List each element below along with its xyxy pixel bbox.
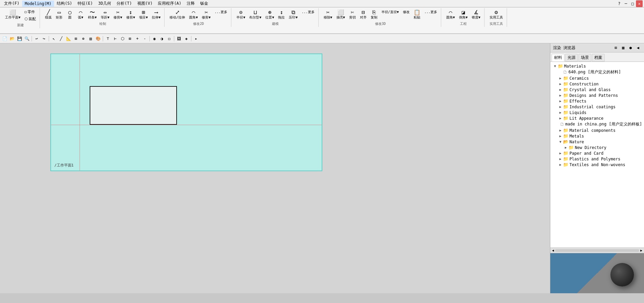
menu-file[interactable]: 文件(F): [1, 0, 22, 7]
toggle-construction[interactable]: ▶: [558, 82, 563, 86]
btn-move-stretch[interactable]: ⤢ 移动/拉伸: [168, 9, 187, 21]
btn-circle[interactable]: ○ 圆: [65, 9, 75, 21]
btn-save[interactable]: 💾: [16, 35, 23, 42]
btn-zoom-out[interactable]: -: [141, 35, 148, 42]
btn-redo[interactable]: ↪: [41, 35, 47, 42]
btn-modify3d[interactable]: 修改: [401, 9, 411, 21]
btn-halfradius[interactable]: 半径/直径▼: [380, 9, 401, 21]
btn-drag[interactable]: ↕ 拖拉: [276, 9, 286, 21]
btn-trim1[interactable]: ✂ 修剪▼: [112, 9, 124, 21]
btn-boolean[interactable]: ⊔ 布尔型▼: [247, 9, 263, 21]
btn-position[interactable]: ⊕ 位置▼: [264, 9, 276, 21]
btn-more-model[interactable]: ...更多: [300, 9, 316, 21]
btn-line[interactable]: ╱: [58, 35, 64, 42]
tab-material[interactable]: 材料: [552, 54, 564, 62]
btn-more3d[interactable]: ...更多: [423, 9, 439, 21]
btn-assembly[interactable]: ⬡ 装配: [23, 16, 38, 22]
tree-item-ceramics[interactable]: ▶ 📁 Ceramics: [557, 75, 643, 81]
tree-item-litappearance[interactable]: ▶ 📁 Lit Appearance: [557, 115, 643, 121]
menu-3d[interactable]: 3D几何: [96, 0, 114, 7]
toggle-metals[interactable]: ▶: [558, 134, 563, 138]
btn-more-tools[interactable]: ▸: [193, 35, 199, 42]
btn-color[interactable]: 🎨: [95, 35, 101, 42]
btn-workplane[interactable]: ⬜ 工作平面▼: [3, 9, 22, 22]
scroll-track[interactable]: [555, 249, 639, 252]
btn-constraint[interactable]: ⊞: [73, 35, 79, 42]
tree-item-nature[interactable]: ▼ 📂 Nature: [557, 139, 643, 145]
tree-item-640png[interactable]: 🗋 640.png [用户定义的材料]: [557, 69, 643, 75]
window-maximize[interactable]: □: [629, 0, 636, 7]
window-minimize[interactable]: ─: [623, 0, 629, 7]
toggle-litappearance[interactable]: ▶: [558, 116, 563, 120]
btn-extrude[interactable]: ⟶ 拉伸▼: [150, 9, 162, 21]
scroll-left-arrow[interactable]: ◀: [551, 249, 555, 252]
scroll-right-arrow[interactable]: ▶: [639, 249, 643, 252]
tree-item-newdirectory[interactable]: ▶ 📁 New Directory: [562, 145, 643, 150]
btn-shading[interactable]: ◑: [158, 35, 165, 42]
btn-utils[interactable]: ⚙ 实用工具: [488, 9, 505, 21]
btn-part[interactable]: ◻ 零件: [23, 9, 38, 15]
help-button[interactable]: ?: [616, 0, 623, 7]
btn-rect[interactable]: ▭ 矩形: [54, 9, 64, 21]
tree-scrollbar[interactable]: ◀ ▶: [550, 248, 644, 253]
tree-item-materials-root[interactable]: ▼ 📁 Materials: [552, 63, 643, 69]
tree-item-metals[interactable]: ▶ 📁 Metals: [557, 133, 643, 139]
panel-grid-icon[interactable]: ⊞: [612, 44, 619, 51]
btn-imprint[interactable]: ⧉ 压印▼: [287, 9, 299, 21]
tab-light[interactable]: 光源: [565, 54, 578, 62]
menu-structure[interactable]: 结构(S): [54, 0, 75, 7]
btn-snap[interactable]: ⊕: [80, 35, 87, 42]
btn-wire[interactable]: ◻: [166, 35, 173, 42]
btn-render[interactable]: 🖼: [176, 35, 182, 42]
btn-zoom-in[interactable]: +: [134, 35, 141, 42]
btn-view-top[interactable]: ⊤: [104, 35, 111, 42]
tree-item-designs[interactable]: ▶ 📁 Designs and Patterns: [557, 92, 643, 98]
tree-item-industrial[interactable]: ▶ 📁 Industrial coatings: [557, 104, 643, 110]
tree-item-effects[interactable]: ▶ 📁 Effects: [557, 98, 643, 104]
toggle-ceramics[interactable]: ▶: [558, 76, 563, 80]
btn-paste[interactable]: 📋 粘贴: [412, 9, 422, 21]
btn-open[interactable]: 📂: [9, 35, 15, 42]
btn-linearc[interactable]: ╱ 线弧: [43, 9, 53, 21]
tree-item-crystal[interactable]: ▶ 📁 Crystal and Glass: [557, 87, 643, 92]
btn-trim2[interactable]: ↕ 修剪▼: [125, 9, 137, 21]
btn-offset[interactable]: ⇔ 等距▼: [99, 9, 111, 21]
btn-radius[interactable]: ⊙ 半径▼: [235, 9, 247, 21]
btn-view-iso[interactable]: ⬡: [119, 35, 126, 42]
toggle-liquids[interactable]: ▶: [558, 111, 563, 114]
menu-feature[interactable]: 特征(E): [75, 0, 96, 7]
btn-cut[interactable]: ✄ 剪切: [348, 9, 358, 21]
tree-item-liquids[interactable]: ▶ 📁 Liquids: [557, 110, 643, 115]
btn-remove[interactable]: ✂ 移除▼: [322, 9, 334, 21]
toggle-newdir[interactable]: ▶: [563, 146, 568, 149]
btn-fillet3d[interactable]: ⌒ 圆角▼: [445, 9, 457, 21]
btn-shell[interactable]: ⬜ 抽壳▼: [335, 9, 347, 21]
btn-spline[interactable]: 〜 样条▼: [86, 9, 98, 21]
toggle-nature[interactable]: ▼: [558, 140, 563, 144]
btn-trim2d[interactable]: ✂ 修剪▼: [200, 9, 212, 21]
btn-draft[interactable]: ∡ 锥度▼: [470, 9, 482, 21]
btn-arc[interactable]: ⌒ 弧▼: [76, 9, 86, 21]
btn-chamfer[interactable]: ◪ 倒角▼: [457, 9, 469, 21]
tree-item-textiles[interactable]: ▶ 📁 Textiles and Non-wovens: [557, 162, 643, 167]
panel-collapse[interactable]: ◀: [635, 44, 641, 51]
btn-undo[interactable]: ↩: [33, 35, 40, 42]
menu-sheetmetal[interactable]: 钣金: [197, 0, 211, 7]
btn-more2d[interactable]: ...更多: [213, 9, 229, 21]
tree-item-papercard[interactable]: ▶ 📁 Paper and Card: [557, 150, 643, 156]
btn-view-front[interactable]: ⊢: [112, 35, 119, 42]
viewport[interactable]: /工作平面1: [0, 43, 550, 293]
panel-render-icon[interactable]: ▦: [620, 44, 627, 51]
toggle-textiles[interactable]: ▶: [558, 163, 563, 166]
btn-project[interactable]: ⊞ 项目▼: [137, 9, 149, 21]
btn-layer[interactable]: ▤: [87, 35, 94, 42]
btn-material[interactable]: ◈: [183, 35, 190, 42]
btn-select[interactable]: ↖: [50, 35, 57, 42]
menu-app[interactable]: 应用程序(A): [155, 0, 184, 7]
toggle-industrial[interactable]: ▶: [558, 105, 563, 109]
toggle-materialcomponents[interactable]: ▶: [558, 128, 563, 132]
tree-item-madeinchina[interactable]: 🗋 made in china.png [用户定义的样板]: [557, 121, 643, 127]
btn-print-preview[interactable]: 🔍: [24, 35, 30, 42]
btn-display-mode[interactable]: ◉: [151, 35, 158, 42]
toggle-effects[interactable]: ▶: [558, 99, 563, 103]
